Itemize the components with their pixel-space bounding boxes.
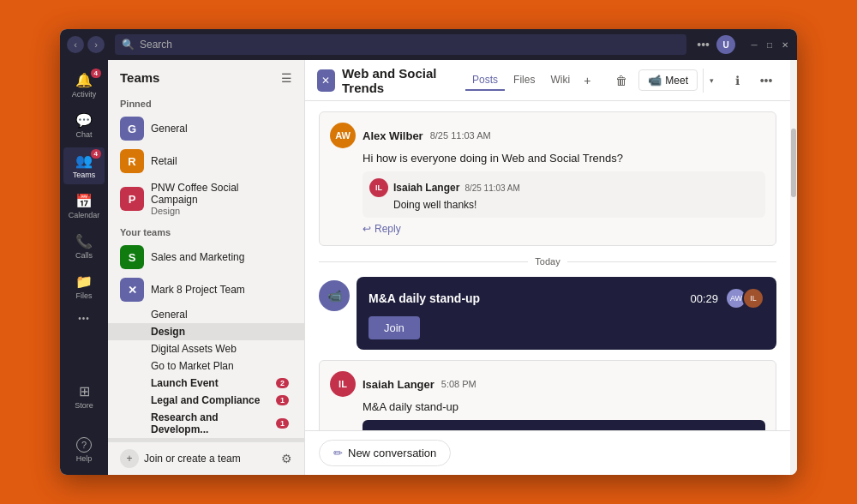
msg1-time: 8/25 11:03 AM xyxy=(430,130,491,141)
retail-name: Retail xyxy=(151,155,292,167)
forward-button[interactable]: › xyxy=(87,36,105,53)
tab-files[interactable]: Files xyxy=(506,70,542,91)
teams-list: Pinned G General R Retail P PNW Coffee S… xyxy=(108,92,304,441)
research-label: Research and Developm... xyxy=(151,411,276,435)
tab-posts[interactable]: Posts xyxy=(465,70,505,91)
main-area: 🔔 4 Activity 💬 Chat 👥 4 Teams 📅 Calendar… xyxy=(60,60,797,475)
activity-label: Activity xyxy=(72,90,97,99)
team-item-mark8[interactable]: ✕ Mark 8 Project Team ••• xyxy=(108,273,304,306)
meeting-call-right: 00:29 AW IL xyxy=(690,287,764,309)
composer-area: ✏ New conversation xyxy=(305,430,790,475)
message-group-2: IL Isaiah Langer 5:08 PM M&A daily stand… xyxy=(319,360,776,430)
channel-research[interactable]: Research and Developm... 1 xyxy=(108,409,304,438)
msg2-author: Isaiah Langer xyxy=(363,378,434,391)
back-button[interactable]: ‹ xyxy=(67,36,84,53)
teams-badge: 4 xyxy=(91,149,101,159)
sidebar-item-more[interactable]: ••• xyxy=(63,309,105,330)
message-group-1: AW Alex Wilber 8/25 11:03 AM Hi how is e… xyxy=(319,111,776,246)
close-button[interactable]: ✕ xyxy=(780,39,790,50)
help-icon: ? xyxy=(76,437,92,453)
messages-area[interactable]: AW Alex Wilber 8/25 11:03 AM Hi how is e… xyxy=(305,101,790,430)
channel-digital-assets[interactable]: Digital Assets Web xyxy=(108,340,304,357)
reply1-text: Doing well thanks! xyxy=(393,199,758,211)
meeting-call-title-row: M&A daily stand-up 00:29 AW IL xyxy=(369,287,764,309)
meet-icon: 📹 xyxy=(648,74,662,87)
meeting-avatar-2: IL xyxy=(742,287,764,309)
channel-launch-event[interactable]: Launch Event 2 xyxy=(108,375,304,392)
channel-legal[interactable]: Legal and Compliance 1 xyxy=(108,392,304,409)
join-label: Join or create a team xyxy=(144,453,276,465)
settings-icon[interactable]: ⚙ xyxy=(281,452,292,465)
store-icon: ⊞ xyxy=(79,383,90,399)
title-bar-right: ••• U ─ □ ✕ xyxy=(697,35,790,54)
meeting-call-title: M&A daily stand-up xyxy=(369,291,480,305)
sidebar-item-calls[interactable]: 📞 Calls xyxy=(63,228,105,265)
msg1-text: Hi how is everyone doing in Web and Soci… xyxy=(363,152,765,165)
icon-sidebar: 🔔 4 Activity 💬 Chat 👥 4 Teams 📅 Calendar… xyxy=(60,60,108,475)
sidebar-item-store[interactable]: ⊞ Store xyxy=(63,378,105,415)
tab-wiki[interactable]: Wiki xyxy=(543,70,577,91)
scrollbar-thumb[interactable] xyxy=(791,129,796,197)
meeting-card-title: M&A daily stand-up xyxy=(398,429,734,430)
join-button[interactable]: Join xyxy=(369,316,420,339)
sidebar-item-calendar[interactable]: 📅 Calendar xyxy=(63,188,105,225)
activity-badge: 4 xyxy=(91,69,101,78)
msg1-avatar: AW xyxy=(330,123,356,148)
more-actions-button[interactable]: ••• xyxy=(754,69,778,93)
pinned-item-retail[interactable]: R Retail xyxy=(108,145,304,177)
msg2-avatar: IL xyxy=(330,371,356,397)
team-item-sales[interactable]: S Sales and Marketing ••• xyxy=(108,241,304,273)
reply-button-1[interactable]: ↩ Reply xyxy=(363,223,765,235)
pinned-section-label: Pinned xyxy=(108,92,304,112)
meeting-call-card: M&A daily stand-up 00:29 AW IL Join xyxy=(357,277,776,350)
meet-label: Meet xyxy=(665,75,688,87)
msg2-header: IL Isaiah Langer 5:08 PM xyxy=(330,371,765,397)
channel-go-to-market[interactable]: Go to Market Plan xyxy=(108,357,304,375)
team-item-pnw[interactable]: P PNW Coffee Social Campaign Design ••• xyxy=(108,177,304,220)
chat-icon: 💬 xyxy=(75,112,93,129)
more-options-button[interactable]: ••• xyxy=(697,38,710,51)
sidebar-item-teams[interactable]: 👥 4 Teams xyxy=(63,147,105,184)
sidebar-item-help[interactable]: ? Help xyxy=(63,432,105,468)
sidebar-item-activity[interactable]: 🔔 4 Activity xyxy=(63,67,105,104)
research-badge: 1 xyxy=(276,418,289,429)
channel-name: Web and Social Trends xyxy=(342,66,455,95)
search-bar[interactable]: 🔍 Search xyxy=(115,34,686,55)
join-create-team[interactable]: + Join or create a team ⚙ xyxy=(108,441,304,475)
new-conversation-button[interactable]: ✏ New conversation xyxy=(319,440,451,466)
minimize-button[interactable]: ─ xyxy=(749,39,759,50)
sidebar-item-files[interactable]: 📁 Files xyxy=(63,268,105,305)
scrollbar-track[interactable] xyxy=(790,60,797,475)
reply1-header: IL Isaiah Langer 8/25 11:03 AM xyxy=(369,178,758,197)
trash-button[interactable]: 🗑 xyxy=(609,69,633,93)
msg2-text: M&A daily stand-up xyxy=(363,400,765,413)
reply-icon: ↩ xyxy=(363,223,371,235)
teams-title: Teams xyxy=(120,70,159,85)
meet-dropdown[interactable]: ▾ xyxy=(703,69,720,93)
user-avatar[interactable]: U xyxy=(716,35,735,54)
activity-icon: 🔔 xyxy=(75,72,93,88)
reply1-author: Isaiah Langer xyxy=(393,182,459,194)
maximize-button[interactable]: □ xyxy=(764,39,775,50)
meeting-card-inner: 📅 M&A daily stand-up Wednesday, Septembe… xyxy=(363,420,765,430)
pinned-item-general[interactable]: G General xyxy=(108,112,304,145)
mark8-avatar: ✕ xyxy=(120,278,144,302)
channel-header: ✕ Web and Social Trends Posts Files Wiki… xyxy=(305,60,790,101)
new-conv-icon: ✏ xyxy=(333,447,343,459)
retail-avatar: R xyxy=(120,149,144,173)
filter-icon[interactable]: ☰ xyxy=(281,71,292,85)
calendar-icon: 📅 xyxy=(75,193,93,209)
channel-design[interactable]: Design xyxy=(108,323,304,340)
meet-button[interactable]: 📹 Meet xyxy=(638,69,698,91)
add-tab-button[interactable]: + xyxy=(578,70,596,91)
general-avatar: G xyxy=(120,117,144,141)
pnw-sub: Design xyxy=(151,206,279,216)
reply-label: Reply xyxy=(375,223,401,235)
channel-general[interactable]: General xyxy=(108,306,304,323)
sidebar-item-chat[interactable]: 💬 Chat xyxy=(63,107,105,144)
teams-icon: 👥 xyxy=(75,153,93,169)
info-button[interactable]: ℹ xyxy=(725,69,749,93)
more-icon: ••• xyxy=(78,314,90,323)
sales-name: Sales and Marketing xyxy=(151,251,279,263)
date-divider: Today xyxy=(319,256,776,267)
